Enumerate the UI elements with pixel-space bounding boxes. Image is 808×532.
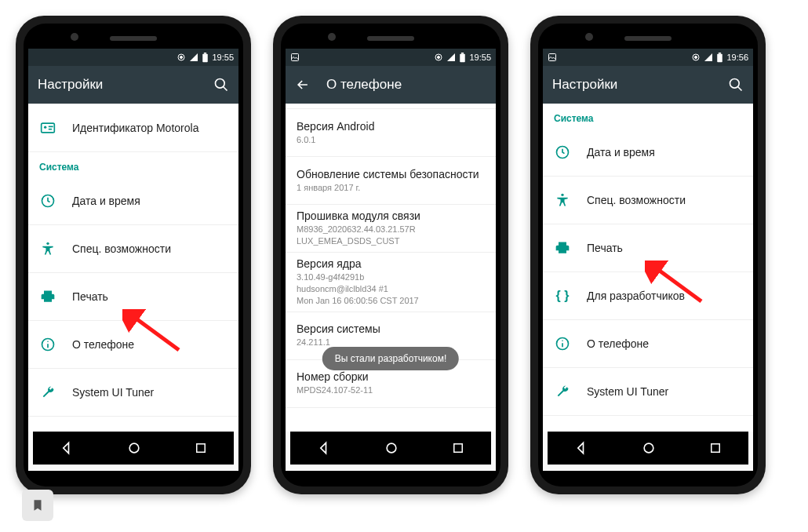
svg-point-11 bbox=[46, 242, 49, 245]
page-title: Настройки bbox=[552, 77, 617, 93]
list-item-print[interactable]: Печать bbox=[28, 273, 238, 321]
status-bar: 19:55 bbox=[28, 49, 238, 66]
recents-icon[interactable] bbox=[451, 441, 465, 455]
svg-point-20 bbox=[438, 56, 440, 59]
app-bar: О телефоне bbox=[286, 66, 496, 104]
list-item-kernel[interactable]: Версия ядра 3.10.49-g4f4291b hudsoncm@il… bbox=[286, 253, 496, 312]
wrench-icon bbox=[39, 384, 56, 400]
clock-icon bbox=[554, 144, 571, 160]
wrench-icon bbox=[554, 384, 571, 399]
item-title: Номер сборки bbox=[297, 370, 485, 383]
print-icon bbox=[39, 289, 56, 304]
list-item-accessibility[interactable]: Спец. возможности bbox=[28, 225, 238, 273]
home-icon[interactable] bbox=[126, 440, 142, 456]
phone-1: 19:55 Настройки Идентификатор Motorola С… bbox=[16, 16, 251, 494]
svg-point-14 bbox=[47, 341, 49, 342]
svg-point-38 bbox=[644, 443, 653, 453]
battery-icon bbox=[202, 53, 209, 63]
list-item-about-phone[interactable]: О телефоне bbox=[543, 320, 753, 368]
svg-rect-8 bbox=[49, 126, 53, 128]
svg-point-27 bbox=[695, 56, 697, 59]
list-item-label: Спец. возможности bbox=[72, 242, 171, 255]
list-item-print[interactable]: Печать bbox=[543, 224, 753, 272]
svg-rect-28 bbox=[718, 53, 723, 62]
svg-line-5 bbox=[224, 87, 227, 91]
list-item-label: Спец. возможности bbox=[587, 194, 686, 206]
svg-rect-24 bbox=[454, 444, 463, 453]
phone-3: 19:56 Настройки Система Дата и время bbox=[530, 16, 766, 494]
toast-developer: Вы стали разработчиком! bbox=[322, 347, 459, 370]
section-header-system: Система bbox=[28, 152, 238, 177]
svg-point-36 bbox=[562, 340, 563, 341]
item-sub: MPDS24.107-52-11 bbox=[297, 384, 485, 396]
list-item-developer-options[interactable]: { } Для разработчиков bbox=[543, 272, 753, 320]
status-bar: 19:55 bbox=[286, 49, 496, 66]
bookmark-icon bbox=[31, 498, 45, 512]
section-header-system: Система bbox=[543, 104, 753, 129]
list-item-baseband[interactable]: Прошивка модуля связи M8936_2020632.44.0… bbox=[286, 205, 496, 253]
bookmark-badge[interactable] bbox=[22, 490, 53, 521]
svg-point-7 bbox=[44, 126, 46, 129]
svg-rect-9 bbox=[49, 129, 52, 130]
list-item-label: О телефоне bbox=[587, 337, 649, 350]
list-item-about-phone[interactable]: О телефоне bbox=[28, 321, 238, 369]
signal-icon bbox=[189, 53, 198, 62]
item-title: Прошивка модуля связи bbox=[297, 210, 485, 222]
item-sub: M8936_2020632.44.03.21.57R LUX_EMEA_DSDS… bbox=[297, 224, 485, 247]
home-icon[interactable] bbox=[384, 440, 399, 456]
home-icon[interactable] bbox=[641, 440, 657, 456]
back-icon[interactable] bbox=[573, 440, 589, 456]
back-icon[interactable] bbox=[316, 440, 332, 456]
item-title: Обновление системы безопасности bbox=[297, 168, 485, 180]
page-title: О телефоне bbox=[326, 77, 402, 93]
braces-icon: { } bbox=[554, 289, 571, 303]
app-bar: Настройки bbox=[543, 66, 753, 104]
nav-bar bbox=[33, 432, 234, 465]
target-icon bbox=[434, 53, 443, 62]
search-icon[interactable] bbox=[213, 77, 229, 93]
svg-point-30 bbox=[730, 79, 740, 89]
recents-icon[interactable] bbox=[708, 441, 722, 455]
back-icon[interactable] bbox=[59, 440, 75, 456]
list-item-android-version[interactable]: Версия Android 6.0.1 bbox=[286, 109, 496, 157]
signal-icon bbox=[704, 53, 713, 62]
signal-icon bbox=[446, 53, 456, 62]
svg-point-33 bbox=[561, 194, 563, 196]
svg-point-1 bbox=[180, 56, 183, 59]
list-item-security-patch[interactable]: Обновление системы безопасности 1 января… bbox=[286, 157, 496, 205]
recents-icon[interactable] bbox=[194, 441, 208, 455]
about-list: Версия Android 6.0.1 Обновление системы … bbox=[286, 104, 496, 432]
accessibility-icon bbox=[39, 241, 56, 257]
svg-rect-39 bbox=[712, 444, 720, 453]
svg-point-16 bbox=[129, 443, 139, 453]
list-item-system-ui-tuner[interactable]: System UI Tuner bbox=[28, 369, 238, 417]
battery-icon bbox=[716, 53, 723, 63]
print-icon bbox=[554, 240, 571, 256]
list-item-label: Для разработчиков bbox=[587, 290, 685, 302]
list-item-motorola-id[interactable]: Идентификатор Motorola bbox=[28, 104, 238, 152]
svg-point-4 bbox=[216, 79, 225, 89]
page-title: Настройки bbox=[38, 77, 103, 93]
list-item-label: Печать bbox=[587, 242, 623, 254]
svg-point-23 bbox=[387, 443, 396, 453]
item-sub: 1 января 2017 г. bbox=[297, 182, 485, 194]
nav-bar bbox=[290, 432, 491, 465]
item-title: Версия Android bbox=[297, 120, 485, 133]
back-arrow-icon[interactable] bbox=[295, 77, 311, 93]
info-icon bbox=[554, 336, 571, 352]
list-item-date-time[interactable]: Дата и время bbox=[28, 177, 238, 225]
list-item-date-time[interactable]: Дата и время bbox=[543, 129, 753, 177]
search-icon[interactable] bbox=[728, 77, 744, 93]
list-item-label: System UI Tuner bbox=[587, 385, 668, 398]
list-item-label: Печать bbox=[72, 290, 108, 303]
list-item-accessibility[interactable]: Спец. возможности bbox=[543, 177, 753, 224]
svg-rect-3 bbox=[204, 53, 206, 54]
id-card-icon bbox=[39, 120, 56, 136]
phone-2: 19:55 О телефоне Версия Android 6.0.1 Об… bbox=[273, 16, 508, 494]
list-item-system-ui-tuner[interactable]: System UI Tuner bbox=[543, 368, 753, 416]
screenshot-notif-icon bbox=[290, 53, 300, 62]
item-title: Версия системы bbox=[297, 322, 485, 335]
item-title: Версия ядра bbox=[297, 257, 485, 270]
info-icon bbox=[39, 337, 56, 352]
svg-rect-22 bbox=[461, 53, 464, 54]
